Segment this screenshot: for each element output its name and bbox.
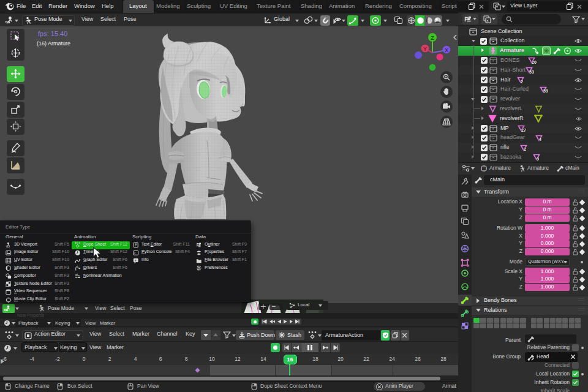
svg-text:Y: Y: [423, 46, 427, 52]
svg-text:Z: Z: [431, 35, 434, 41]
svg-text:X: X: [445, 47, 448, 53]
